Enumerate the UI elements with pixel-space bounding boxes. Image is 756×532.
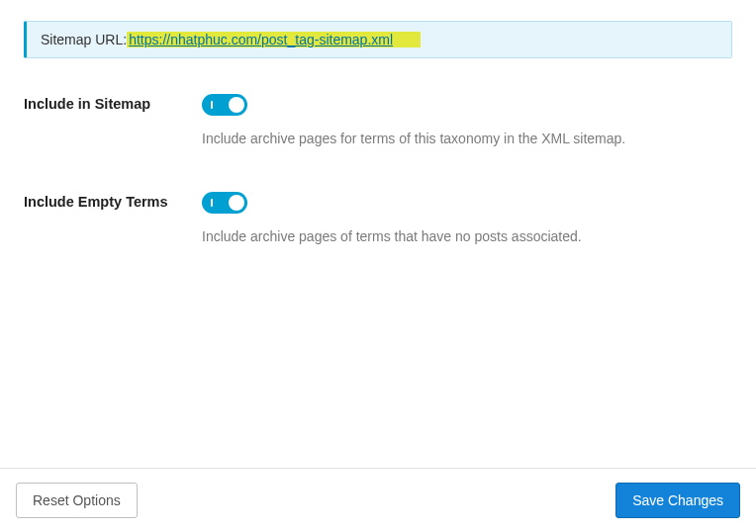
sitemap-url-label: Sitemap URL: <box>41 32 127 47</box>
save-changes-button[interactable]: Save Changes <box>615 483 740 518</box>
include-in-sitemap-toggle[interactable] <box>202 94 247 116</box>
setting-description: Include archive pages of terms that have… <box>202 228 732 244</box>
sitemap-url-link[interactable]: https://nhatphuc.com/post_tag-sitemap.xm… <box>129 32 421 47</box>
include-empty-terms-toggle[interactable] <box>202 192 247 214</box>
sitemap-url-notice: Sitemap URL: https://nhatphuc.com/post_t… <box>24 21 732 58</box>
setting-include-empty-terms: Include Empty Terms Include archive page… <box>24 192 732 244</box>
setting-label: Include in Sitemap <box>24 94 202 146</box>
setting-description: Include archive pages for terms of this … <box>202 131 732 146</box>
reset-options-button[interactable]: Reset Options <box>16 483 138 518</box>
footer-bar: Reset Options Save Changes <box>0 468 756 532</box>
setting-include-in-sitemap: Include in Sitemap Include archive pages… <box>24 94 732 146</box>
setting-label: Include Empty Terms <box>24 192 202 244</box>
